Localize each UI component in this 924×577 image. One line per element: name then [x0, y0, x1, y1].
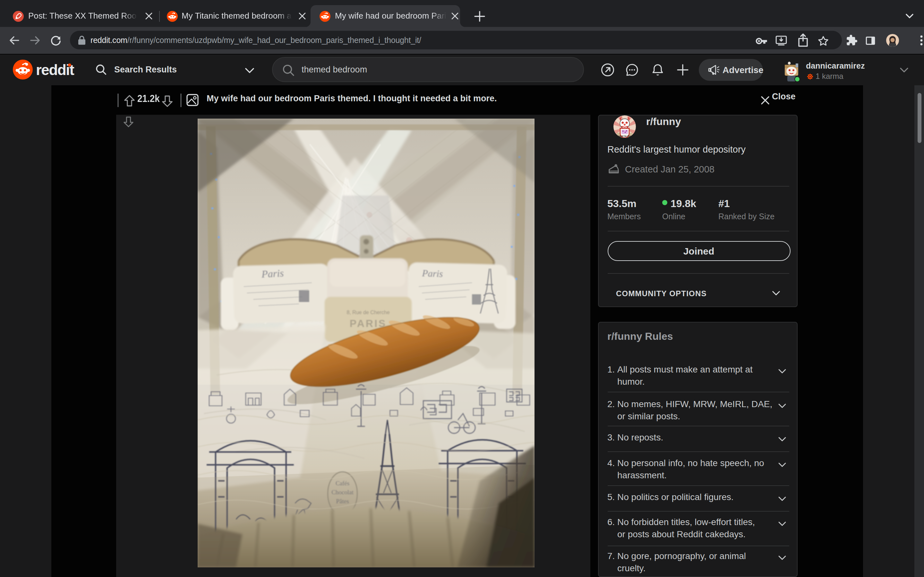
svg-text:want to live: want to live — [617, 135, 632, 137]
svg-text:8, Rue de Cherche: 8, Rue de Cherche — [346, 309, 389, 315]
svg-text:Paris: Paris — [421, 268, 443, 279]
svg-text:Paris: Paris — [260, 267, 284, 279]
